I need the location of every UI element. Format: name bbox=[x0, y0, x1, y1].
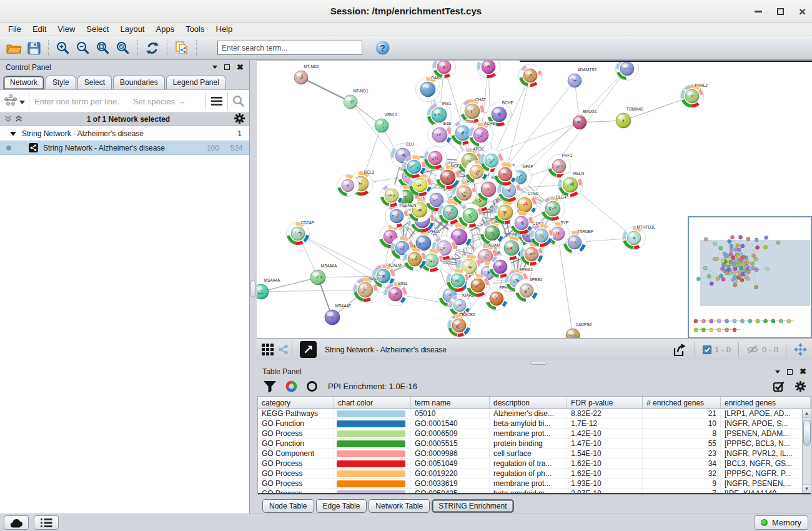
zoom-fit-button[interactable] bbox=[93, 39, 113, 57]
menu-tools[interactable]: Tools bbox=[180, 23, 210, 35]
zoom-selected-button[interactable] bbox=[113, 39, 133, 57]
panel-divider[interactable] bbox=[250, 60, 257, 514]
close-panel-icon[interactable]: ✖ bbox=[800, 369, 806, 375]
network-node-ms4a4a[interactable]: MS4A4A bbox=[257, 278, 280, 299]
scroll-down-icon[interactable]: ▼ bbox=[803, 484, 811, 493]
column-header-description[interactable]: description bbox=[490, 397, 567, 409]
tab-select[interactable]: Select bbox=[77, 76, 112, 89]
network-node[interactable] bbox=[489, 256, 512, 279]
maximize-panel-icon[interactable] bbox=[224, 64, 230, 70]
network-node[interactable] bbox=[424, 147, 447, 170]
hidden-eye-icon[interactable] bbox=[746, 345, 759, 354]
network-node-mt-nd2[interactable]: MT-ND2 bbox=[294, 64, 319, 84]
collapse-all-icon[interactable] bbox=[4, 114, 12, 125]
birdseye-view[interactable] bbox=[688, 216, 812, 338]
float-panel-icon[interactable] bbox=[212, 66, 217, 69]
tab-network-table[interactable]: Network Table bbox=[369, 499, 430, 513]
species-hint[interactable]: Set species → bbox=[133, 97, 186, 106]
menu-apps[interactable]: Apps bbox=[151, 23, 181, 35]
float-panel-icon[interactable] bbox=[775, 370, 780, 374]
memory-button[interactable]: Memory bbox=[754, 515, 808, 530]
menu-file[interactable]: File bbox=[2, 23, 27, 35]
filter-icon[interactable] bbox=[263, 380, 277, 393]
network-node-dlg4[interactable]: DLG4 bbox=[541, 195, 567, 221]
refresh-button[interactable] bbox=[142, 39, 162, 57]
network-node-pvrl2[interactable]: PVRL2 bbox=[681, 83, 708, 108]
table-scrollbar[interactable]: ▲ ▼ bbox=[802, 409, 811, 493]
save-session-button[interactable] bbox=[24, 39, 44, 57]
network-node-bace2[interactable]: BACE2 bbox=[448, 312, 476, 337]
table-row[interactable]: GO ProcessGO:0050435beta-amyloid m...2.0… bbox=[258, 489, 802, 494]
column-header-chart-color[interactable]: chart color bbox=[334, 397, 411, 409]
tab-string-enrichment[interactable]: STRING Enrichment bbox=[432, 499, 513, 513]
collapse-triangle-icon[interactable] bbox=[10, 129, 16, 138]
menu-help[interactable]: Help bbox=[210, 23, 239, 35]
network-node[interactable] bbox=[403, 156, 426, 179]
detach-view-button[interactable] bbox=[300, 341, 317, 358]
cloud-status-button[interactable] bbox=[4, 515, 29, 530]
string-options-button[interactable] bbox=[206, 97, 227, 106]
draw-charts-icon[interactable] bbox=[285, 380, 297, 392]
expand-all-icon[interactable] bbox=[15, 114, 22, 125]
table-row[interactable]: GO ProcessGO:0033619membrane prot...1.93… bbox=[258, 479, 802, 489]
network-node[interactable] bbox=[337, 175, 359, 197]
table-row[interactable]: GO ComponentGO:0009986cell surface1.54E-… bbox=[258, 449, 802, 459]
menu-layout[interactable]: Layout bbox=[114, 23, 150, 35]
column-header-enriched-genes[interactable]: enriched genes bbox=[721, 397, 811, 409]
network-node-vsnl1[interactable]: VSNL1 bbox=[375, 112, 397, 132]
tab-edge-table[interactable]: Edge Table bbox=[316, 499, 367, 513]
tab-legend-panel[interactable]: Legend Panel bbox=[166, 76, 226, 89]
zoom-in-button[interactable] bbox=[53, 39, 73, 57]
network-node[interactable] bbox=[494, 163, 517, 186]
grid-view-icon[interactable] bbox=[262, 344, 274, 355]
network-node-gab2[interactable]: GAB2 bbox=[416, 76, 442, 102]
tab-network[interactable]: Network bbox=[3, 76, 44, 89]
network-node[interactable] bbox=[447, 269, 470, 292]
maximize-icon[interactable] bbox=[777, 8, 784, 15]
horizontal-splitter[interactable] bbox=[257, 360, 812, 365]
minimize-icon[interactable] bbox=[755, 11, 762, 12]
network-canvas[interactable]: MT-ND2MT-ND1VSNL1GAB2IRS1CHATBCHEIL1BTNF… bbox=[257, 60, 812, 338]
network-node-cadps2[interactable]: CADPS2 bbox=[566, 322, 592, 338]
menu-select[interactable]: Select bbox=[81, 23, 114, 35]
task-history-button[interactable] bbox=[34, 515, 59, 530]
network-node-ms4a6a[interactable]: MS4A6A bbox=[310, 264, 337, 285]
table-settings-gear-icon[interactable] bbox=[795, 381, 806, 392]
network-node-mt-nd1[interactable]: MT-ND1 bbox=[344, 89, 369, 109]
network-node[interactable] bbox=[404, 248, 427, 271]
column-header-category[interactable]: category bbox=[258, 397, 334, 409]
table-row[interactable]: GO ProcessGO:0006509membrane prot...1.42… bbox=[258, 429, 802, 439]
tab-style[interactable]: Style bbox=[46, 76, 76, 89]
search-input[interactable] bbox=[217, 41, 362, 55]
network-node[interactable] bbox=[477, 61, 500, 79]
zoom-out-button[interactable] bbox=[73, 39, 93, 57]
network-node[interactable] bbox=[380, 184, 404, 207]
export-network-icon[interactable] bbox=[672, 343, 687, 357]
network-node-il1b[interactable]: IL1B bbox=[428, 121, 452, 147]
string-query-input[interactable]: Enter one term per line. bbox=[34, 97, 119, 106]
network-node-adamts2[interactable]: ADAMTS2 bbox=[568, 67, 597, 87]
column-header-fdr-p-value[interactable]: FDR p-value bbox=[567, 397, 643, 409]
selected-checkbox-icon[interactable] bbox=[703, 345, 711, 354]
table-row[interactable]: KEGG Pathways05010Alzheimer's dise...8.8… bbox=[258, 409, 802, 419]
copy-network-button[interactable] bbox=[172, 39, 192, 57]
maximize-panel-icon[interactable] bbox=[787, 369, 793, 375]
network-node[interactable] bbox=[530, 224, 553, 247]
column-header--enriched-genes[interactable]: # enriched genes bbox=[643, 397, 721, 409]
network-node[interactable] bbox=[467, 274, 490, 297]
share-network-icon[interactable] bbox=[277, 344, 289, 355]
scrollbar-thumb[interactable] bbox=[803, 420, 811, 446]
network-node-tomm40[interactable]: TOMM40 bbox=[616, 107, 643, 128]
table-row[interactable]: GO ProcessGO:0051049regulation of tra...… bbox=[258, 459, 802, 469]
network-options-gear-icon[interactable] bbox=[234, 113, 245, 126]
select-rows-icon[interactable] bbox=[773, 380, 785, 392]
scroll-up-icon[interactable]: ▲ bbox=[803, 409, 811, 418]
column-header-term-name[interactable]: term name bbox=[411, 397, 490, 409]
help-button[interactable]: ? bbox=[372, 39, 392, 57]
network-node-abca7[interactable]: ABCA7 bbox=[354, 276, 382, 302]
table-row[interactable]: GO FunctionGO:0001540beta-amyloid bi...1… bbox=[258, 419, 802, 429]
network-node[interactable] bbox=[519, 64, 542, 87]
birdseye-toggle-icon[interactable] bbox=[794, 343, 807, 356]
table-row[interactable]: GO ProcessGO:0019220regulation of ph...1… bbox=[258, 469, 802, 479]
tab-boundaries[interactable]: Boundaries bbox=[113, 76, 165, 89]
